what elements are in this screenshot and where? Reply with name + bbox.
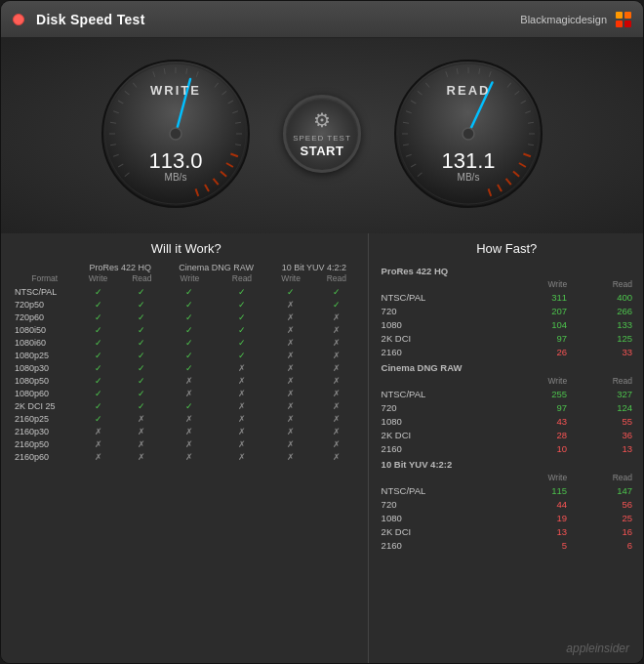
how-fast-title: How Fast?	[379, 241, 635, 256]
hf-data-row: 2160 5 6	[379, 538, 635, 552]
brand-dot-3	[616, 21, 623, 27]
hf-section-header: ProRes 422 HQ	[379, 262, 635, 277]
hf-data-row: 2K DCI 97 125	[379, 331, 635, 345]
read-gauge-label: READ	[447, 83, 491, 98]
format-subheader: Format	[13, 273, 76, 285]
wiw-row: 2160p25 ✓ ✗ ✗ ✗ ✗ ✗	[13, 412, 360, 425]
hf-section-header: Cinema DNG RAW	[379, 358, 635, 374]
format-cell: 1080p50	[13, 374, 76, 387]
wiw-row: 1080i50 ✓ ✓ ✓ ✓ ✗ ✗	[13, 323, 360, 336]
hf-data-row: 720 44 56	[379, 497, 635, 511]
yuv-write-cell: ✗	[268, 361, 313, 374]
cinema-read-cell: ✗	[216, 361, 268, 374]
yuv-write-cell: ✗	[268, 450, 313, 463]
cinema-write-cell: ✗	[164, 374, 216, 387]
wiw-row: 1080p30 ✓ ✓ ✓ ✗ ✗ ✗	[13, 361, 360, 374]
format-cell: 720p50	[13, 298, 76, 311]
format-cell: NTSC/PAL	[13, 285, 76, 298]
format-cell: 1080p30	[13, 361, 76, 374]
cinema-read-cell: ✓	[216, 336, 268, 349]
prores-read-cell: ✓	[120, 285, 165, 298]
brand-logo: Blackmagicdesign	[520, 12, 631, 27]
format-cell: 720p60	[13, 311, 76, 323]
yuv-write-cell: ✗	[268, 349, 313, 361]
cinema-write-cell: ✗	[164, 425, 216, 437]
svg-point-63	[463, 128, 474, 140]
yuv-read-cell: ✗	[313, 311, 360, 323]
prores-write-cell: ✗	[76, 450, 119, 463]
brand-dots	[616, 12, 631, 27]
prores-write-cell: ✓	[76, 387, 119, 399]
read-gauge-value: 131.1 MB/s	[441, 150, 495, 183]
prores-read-cell: ✓	[120, 311, 165, 323]
yuv-read-cell: ✓	[313, 285, 360, 298]
cinema-write-cell: ✓	[164, 285, 216, 298]
read-gauge: READ 131.1 MB/s	[390, 56, 546, 212]
format-cell: 2160p60	[13, 450, 76, 463]
format-cell: 2160p50	[13, 437, 76, 450]
hf-data-row: 2K DCI 13 16	[379, 524, 635, 538]
speed-test-button[interactable]: ⚙ SPEED TEST START	[283, 95, 361, 173]
cinema-write-cell: ✓	[164, 336, 216, 349]
format-cell: 2K DCI 25	[13, 399, 76, 412]
app-title: Disk Speed Test	[24, 12, 520, 27]
hf-data-row: 2160 26 33	[379, 345, 635, 358]
cinema-write-cell: ✗	[164, 387, 216, 399]
app-window: Disk Speed Test Blackmagicdesign	[0, 0, 644, 664]
yuv-write-cell: ✗	[268, 425, 313, 437]
yuv-read-cell: ✗	[313, 399, 360, 412]
cinema-write-cell: ✗	[164, 437, 216, 450]
cinema-read-cell: ✗	[216, 437, 268, 450]
prores-read-header: Read	[120, 273, 165, 285]
yuv-write-cell: ✗	[268, 336, 313, 349]
format-col-header	[13, 262, 76, 273]
yuv-write-cell: ✗	[268, 412, 313, 425]
write-gauge: WRITE 113.0 MB/s	[98, 56, 254, 212]
format-cell: 1080i60	[13, 336, 76, 349]
yuv-write-cell: ✗	[268, 387, 313, 399]
svg-point-31	[170, 128, 181, 140]
prores-write-cell: ✓	[76, 349, 119, 361]
wiw-header-group-row: ProRes 422 HQ Cinema DNG RAW 10 Bit YUV …	[13, 262, 360, 273]
yuv-read-cell: ✗	[313, 361, 360, 374]
yuv-read-cell: ✗	[313, 336, 360, 349]
yuv-write-header: Write	[268, 273, 313, 285]
cinema-read-cell: ✓	[216, 298, 268, 311]
write-gauge-label: WRITE	[150, 83, 201, 98]
yuv-read-cell: ✓	[313, 298, 360, 311]
will-it-work-section: Will it Work? ProRes 422 HQ Cinema DNG R…	[1, 233, 369, 663]
cinema-read-cell: ✗	[216, 412, 268, 425]
hf-data-row: 720 207 266	[379, 304, 635, 317]
hf-section-header: 10 Bit YUV 4:2:2	[379, 455, 635, 471]
close-button[interactable]	[13, 14, 24, 25]
prores-write-cell: ✓	[76, 298, 119, 311]
cinema-read-cell: ✓	[216, 349, 268, 361]
write-gauge-value: 113.0 MB/s	[148, 150, 202, 183]
prores-write-cell: ✗	[76, 437, 119, 450]
format-cell: 2160p30	[13, 425, 76, 437]
brand-dot-2	[624, 12, 631, 19]
cinema-read-cell: ✓	[216, 311, 268, 323]
cinema-write-cell: ✓	[164, 298, 216, 311]
how-fast-table: ProRes 422 HQ Write Read NTSC/PAL 311 40…	[379, 262, 635, 552]
cinema-write-cell: ✗	[164, 450, 216, 463]
wiw-subheader-row: Format Write Read Write Read Write Read	[13, 273, 360, 285]
yuv-write-cell: ✗	[268, 311, 313, 323]
yuv-read-cell: ✗	[313, 374, 360, 387]
wiw-row: 1080p50 ✓ ✓ ✗ ✗ ✗ ✗	[13, 374, 360, 387]
cinema-write-cell: ✓	[164, 311, 216, 323]
brand-dot-4	[624, 21, 631, 27]
prores-read-cell: ✗	[120, 425, 165, 437]
cinema-read-header: Read	[216, 273, 268, 285]
hf-col-header-row: Write Read	[379, 471, 635, 483]
prores-read-cell: ✓	[120, 298, 165, 311]
yuv-read-cell: ✗	[313, 450, 360, 463]
yuv-read-header: Read	[313, 273, 360, 285]
yuv-write-cell: ✓	[268, 285, 313, 298]
cinema-read-cell: ✗	[216, 387, 268, 399]
watermark: appleinsider	[566, 642, 629, 655]
yuv-read-cell: ✗	[313, 387, 360, 399]
prores-read-cell: ✗	[120, 412, 165, 425]
prores-write-cell: ✓	[76, 412, 119, 425]
wiw-row: NTSC/PAL ✓ ✓ ✓ ✓ ✓ ✓	[13, 285, 360, 298]
